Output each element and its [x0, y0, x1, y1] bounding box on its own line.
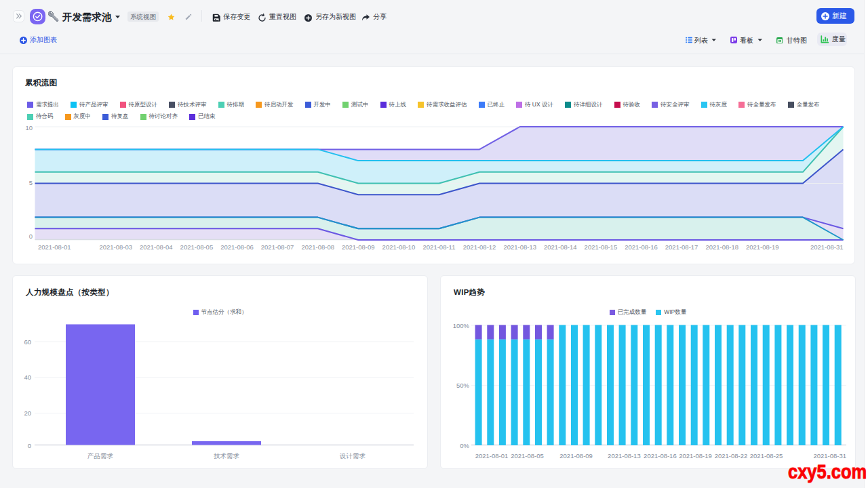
- svg-text:20: 20: [24, 409, 31, 417]
- svg-text:2021-08-09: 2021-08-09: [559, 452, 593, 460]
- svg-text:2021-08-31: 2021-08-31: [813, 452, 846, 460]
- svg-text:2021-08-19: 2021-08-19: [746, 243, 779, 251]
- svg-text:2021-08-07: 2021-08-07: [261, 243, 294, 251]
- svg-text:2021-08-16: 2021-08-16: [644, 452, 677, 460]
- svg-text:2021-08-14: 2021-08-14: [544, 243, 577, 251]
- svg-text:10: 10: [25, 124, 33, 131]
- svg-text:0%: 0%: [460, 442, 469, 449]
- svg-text:2021-08-04: 2021-08-04: [140, 243, 173, 251]
- svg-text:2021-08-11: 2021-08-11: [423, 243, 456, 251]
- svg-text:0: 0: [28, 442, 31, 449]
- svg-text:5: 5: [29, 179, 33, 186]
- svg-text:2021-08-22: 2021-08-22: [715, 452, 748, 460]
- svg-text:2021-08-03: 2021-08-03: [99, 243, 132, 251]
- svg-text:50%: 50%: [456, 382, 470, 389]
- svg-text:2021-08-13: 2021-08-13: [608, 452, 641, 460]
- svg-text:100%: 100%: [453, 322, 470, 329]
- svg-text:2021-08-09: 2021-08-09: [342, 243, 375, 251]
- svg-text:0: 0: [29, 232, 33, 240]
- svg-text:设计需求: 设计需求: [339, 452, 366, 460]
- svg-text:2021-08-12: 2021-08-12: [463, 243, 496, 251]
- svg-text:2021-08-06: 2021-08-06: [220, 243, 254, 251]
- svg-text:技术需求: 技术需求: [214, 452, 240, 460]
- svg-text:2021-08-15: 2021-08-15: [585, 243, 618, 251]
- svg-text:2021-08-25: 2021-08-25: [750, 452, 783, 460]
- svg-text:2021-08-17: 2021-08-17: [665, 243, 698, 251]
- svg-text:产品需求: 产品需求: [87, 452, 114, 460]
- svg-text:2021-08-13: 2021-08-13: [503, 243, 536, 251]
- svg-text:2021-08-31: 2021-08-31: [810, 243, 844, 251]
- svg-text:2021-08-05: 2021-08-05: [180, 243, 214, 251]
- svg-text:2021-08-18: 2021-08-18: [705, 243, 738, 251]
- svg-text:2021-08-01: 2021-08-01: [475, 452, 509, 460]
- svg-text:2021-08-19: 2021-08-19: [679, 452, 712, 460]
- svg-text:2021-08-08: 2021-08-08: [301, 243, 334, 251]
- svg-text:2021-08-05: 2021-08-05: [511, 452, 544, 460]
- svg-text:2021-08-10: 2021-08-10: [382, 243, 416, 251]
- svg-text:60: 60: [24, 338, 31, 346]
- svg-text:40: 40: [24, 373, 31, 381]
- svg-text:2021-08-16: 2021-08-16: [625, 243, 658, 251]
- svg-text:2021-08-01: 2021-08-01: [38, 243, 71, 251]
